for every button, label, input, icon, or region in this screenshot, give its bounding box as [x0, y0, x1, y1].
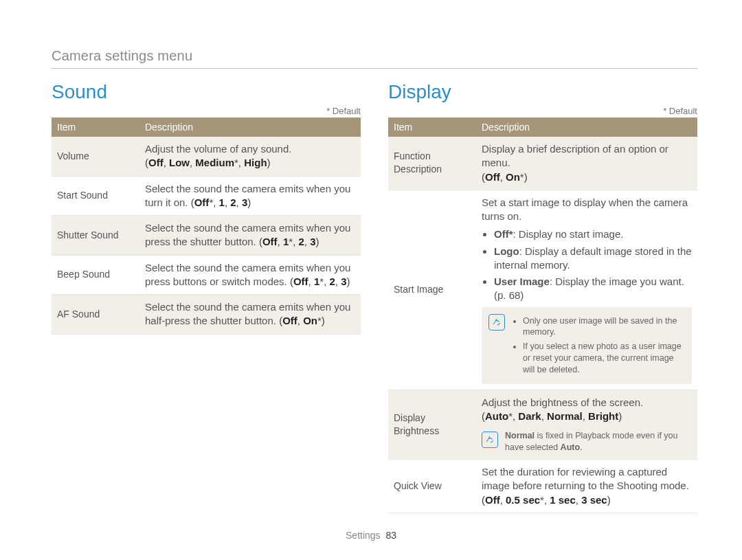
list-item: User Image: Display the image you want. … — [494, 275, 692, 303]
item-desc: Select the sound the camera emits when y… — [139, 216, 361, 256]
item-desc: Select the sound the camera emits when y… — [139, 255, 361, 295]
bullet-rest: : Display no start image. — [513, 228, 624, 240]
sound-table: Item Description Volume Adjust the volum… — [52, 117, 361, 335]
bullet-strong: Off* — [494, 228, 513, 240]
item-label: Quick View — [388, 460, 476, 513]
item-desc: Display a brief description of an option… — [476, 137, 697, 190]
manual-page: Camera settings menu Sound * Default Ite… — [0, 0, 742, 560]
note-icon — [488, 314, 505, 331]
options-text: (Off, 0.5 sec*, 1 sec, 3 sec) — [482, 494, 611, 506]
note-item: Only one user image will be saved in the… — [523, 315, 685, 339]
table-row: Start Image Set a start image to display… — [388, 190, 697, 390]
item-desc: Adjust the brightness of the screen. (Au… — [476, 390, 697, 459]
table-row: Volume Adjust the volume of any sound. (… — [52, 137, 361, 176]
table-row: Shutter Sound Select the sound the camer… — [52, 216, 361, 256]
display-table: Item Description Function Description Di… — [388, 117, 697, 513]
sound-column: Sound * Default Item Description Volume … — [52, 81, 361, 513]
options-text: (Off, Low, Medium*, High) — [145, 157, 271, 168]
table-row: Beep Sound Select the sound the camera e… — [52, 255, 361, 295]
item-desc: Select the sound the camera emits when y… — [139, 295, 361, 335]
options-text: (Off*, 1, 2, 3) — [191, 197, 251, 208]
desc-text: Set the duration for reviewing a capture… — [482, 466, 689, 491]
options-text: (Off, On*) — [279, 315, 325, 326]
note-bullets: Only one user image will be saved in the… — [512, 313, 685, 379]
divider — [52, 68, 697, 69]
bullet-strong: User Image — [494, 276, 550, 287]
table-header-row: Item Description — [52, 117, 361, 137]
default-legend: * Default — [388, 106, 697, 116]
bullet-rest: : Display a default image stored in the … — [494, 245, 692, 271]
table-row: Quick View Set the duration for reviewin… — [388, 460, 697, 513]
note-bold: Auto — [561, 443, 580, 452]
display-section-title: Display — [388, 81, 697, 103]
note-span: . — [580, 443, 582, 452]
table-row: Start Sound Select the sound the camera … — [52, 176, 361, 216]
item-label: Function Description — [388, 137, 476, 190]
sound-section-title: Sound — [52, 81, 361, 103]
start-image-bullets: Off*: Display no start image. Logo: Disp… — [482, 227, 692, 302]
note-bold: Normal — [505, 431, 535, 440]
default-legend: * Default — [52, 106, 361, 116]
table-row: Function Description Display a brief des… — [388, 137, 697, 190]
table-row: Display Brightness Adjust the brightness… — [388, 390, 697, 459]
item-label: Volume — [52, 137, 139, 176]
options-text: (Off, 1*, 2, 3) — [290, 276, 350, 287]
item-label: Start Sound — [52, 176, 139, 216]
item-label: AF Sound — [52, 295, 139, 335]
col-desc-header: Description — [139, 117, 361, 137]
desc-text: Display a brief description of an option… — [482, 143, 668, 168]
note-text: Normal is fixed in Playback mode even if… — [505, 430, 692, 453]
two-column-layout: Sound * Default Item Description Volume … — [52, 81, 697, 513]
page-footer: Settings 83 — [0, 530, 742, 541]
desc-text: Adjust the brightness of the screen. — [482, 396, 643, 408]
col-item-header: Item — [52, 117, 139, 137]
note-icon — [482, 432, 498, 448]
list-item: Logo: Display a default image stored in … — [494, 245, 692, 273]
col-item-header: Item — [388, 117, 476, 137]
item-desc: Select the sound the camera emits when y… — [139, 176, 361, 216]
desc-text: Select the sound the camera emits when y… — [145, 222, 350, 247]
item-label: Display Brightness — [388, 390, 476, 459]
options-text: (Off, 1*, 2, 3) — [259, 236, 319, 247]
item-desc: Adjust the volume of any sound. (Off, Lo… — [139, 137, 361, 176]
display-column: Display * Default Item Description Funct… — [388, 81, 697, 513]
note-box: Normal is fixed in Playback mode even if… — [482, 427, 692, 453]
options-text: (Auto*, Dark, Normal, Bright) — [482, 410, 622, 422]
table-header-row: Item Description — [388, 117, 697, 137]
bullet-strong: Logo — [494, 245, 519, 257]
item-label: Start Image — [388, 190, 476, 390]
breadcrumb: Camera settings menu — [52, 48, 697, 64]
col-desc-header: Description — [476, 117, 697, 137]
item-desc: Set the duration for reviewing a capture… — [476, 460, 697, 513]
list-item: Off*: Display no start image. — [494, 227, 692, 241]
item-label: Shutter Sound — [52, 216, 139, 256]
options-text: (Off, On*) — [482, 171, 528, 183]
item-label: Beep Sound — [52, 255, 139, 295]
note-box: Only one user image will be saved in the… — [482, 307, 692, 384]
desc-text: Adjust the volume of any sound. — [145, 143, 291, 155]
note-item: If you select a new photo as a user imag… — [523, 341, 685, 376]
footer-section: Settings — [346, 530, 381, 541]
table-row: AF Sound Select the sound the camera emi… — [52, 295, 361, 335]
page-number: 83 — [385, 530, 396, 541]
desc-text: Set a start image to display when the ca… — [482, 197, 688, 222]
item-desc: Set a start image to display when the ca… — [476, 190, 697, 390]
